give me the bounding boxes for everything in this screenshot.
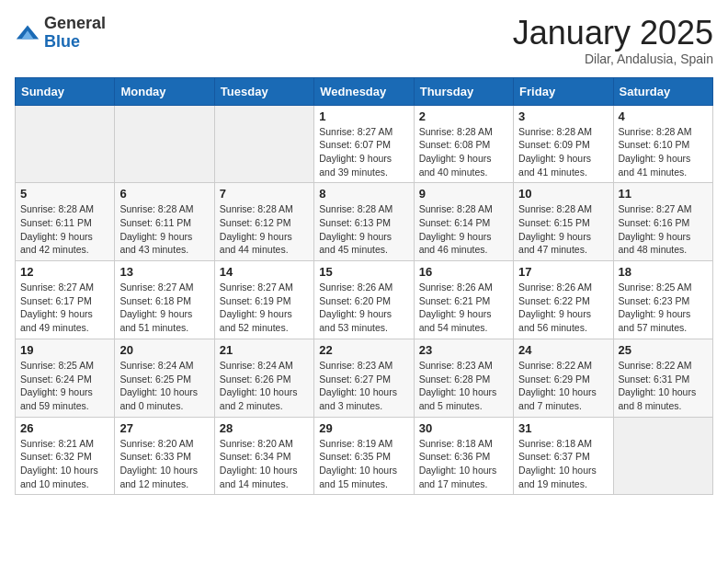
day-number: 31 xyxy=(518,421,608,435)
day-info: Sunrise: 8:26 AM Sunset: 6:20 PM Dayligh… xyxy=(319,281,408,335)
day-info: Sunrise: 8:25 AM Sunset: 6:24 PM Dayligh… xyxy=(20,359,109,413)
day-info: Sunrise: 8:28 AM Sunset: 6:15 PM Dayligh… xyxy=(518,202,608,257)
day-cell: 9Sunrise: 8:28 AM Sunset: 6:14 PM Daylig… xyxy=(414,183,513,261)
day-cell: 4Sunrise: 8:28 AM Sunset: 6:10 PM Daylig… xyxy=(613,105,712,183)
day-cell: 21Sunrise: 8:24 AM Sunset: 6:26 PM Dayli… xyxy=(214,339,313,417)
day-cell: 25Sunrise: 8:22 AM Sunset: 6:31 PM Dayli… xyxy=(613,339,712,417)
day-info: Sunrise: 8:23 AM Sunset: 6:27 PM Dayligh… xyxy=(319,359,408,413)
day-number: 4 xyxy=(619,109,708,123)
day-info: Sunrise: 8:18 AM Sunset: 6:36 PM Dayligh… xyxy=(419,437,508,491)
day-number: 19 xyxy=(20,343,109,357)
day-info: Sunrise: 8:26 AM Sunset: 6:22 PM Dayligh… xyxy=(518,281,608,335)
day-number: 14 xyxy=(220,265,309,279)
day-number: 25 xyxy=(619,343,708,357)
day-info: Sunrise: 8:28 AM Sunset: 6:08 PM Dayligh… xyxy=(419,125,508,179)
day-info: Sunrise: 8:27 AM Sunset: 6:19 PM Dayligh… xyxy=(220,281,309,335)
day-cell xyxy=(214,105,313,183)
week-row-4: 19Sunrise: 8:25 AM Sunset: 6:24 PM Dayli… xyxy=(16,339,713,417)
day-header-thursday: Thursday xyxy=(414,77,513,105)
day-info: Sunrise: 8:24 AM Sunset: 6:25 PM Dayligh… xyxy=(119,359,209,413)
header: General Blue January 2025 Dilar, Andalus… xyxy=(15,15,713,66)
day-number: 13 xyxy=(119,265,209,279)
day-cell: 8Sunrise: 8:28 AM Sunset: 6:13 PM Daylig… xyxy=(314,183,414,261)
day-number: 1 xyxy=(319,109,408,123)
day-number: 7 xyxy=(220,187,309,201)
logo-text: General Blue xyxy=(44,15,106,52)
day-number: 24 xyxy=(518,343,608,357)
day-info: Sunrise: 8:27 AM Sunset: 6:18 PM Dayligh… xyxy=(119,281,209,335)
day-info: Sunrise: 8:19 AM Sunset: 6:35 PM Dayligh… xyxy=(319,437,408,491)
day-cell: 3Sunrise: 8:28 AM Sunset: 6:09 PM Daylig… xyxy=(514,105,613,183)
days-header-row: SundayMondayTuesdayWednesdayThursdayFrid… xyxy=(16,77,713,105)
day-info: Sunrise: 8:28 AM Sunset: 6:11 PM Dayligh… xyxy=(119,202,209,257)
logo-icon xyxy=(15,20,40,46)
day-cell: 10Sunrise: 8:28 AM Sunset: 6:15 PM Dayli… xyxy=(514,183,613,261)
day-number: 16 xyxy=(419,265,508,279)
week-row-2: 5Sunrise: 8:28 AM Sunset: 6:11 PM Daylig… xyxy=(16,183,713,261)
day-cell: 7Sunrise: 8:28 AM Sunset: 6:12 PM Daylig… xyxy=(214,183,313,261)
day-number: 9 xyxy=(419,187,508,201)
day-cell: 12Sunrise: 8:27 AM Sunset: 6:17 PM Dayli… xyxy=(16,261,115,339)
day-number: 17 xyxy=(518,265,608,279)
day-info: Sunrise: 8:22 AM Sunset: 6:31 PM Dayligh… xyxy=(619,359,708,413)
day-number: 2 xyxy=(419,109,508,123)
day-info: Sunrise: 8:28 AM Sunset: 6:10 PM Dayligh… xyxy=(619,125,708,179)
day-number: 11 xyxy=(619,187,708,201)
logo: General Blue xyxy=(15,15,106,52)
day-info: Sunrise: 8:20 AM Sunset: 6:33 PM Dayligh… xyxy=(119,437,209,491)
day-number: 23 xyxy=(419,343,508,357)
title-area: January 2025 Dilar, Andalusia, Spain xyxy=(513,15,713,66)
day-info: Sunrise: 8:18 AM Sunset: 6:37 PM Dayligh… xyxy=(518,437,608,491)
day-cell: 16Sunrise: 8:26 AM Sunset: 6:21 PM Dayli… xyxy=(414,261,513,339)
day-info: Sunrise: 8:28 AM Sunset: 6:09 PM Dayligh… xyxy=(518,125,608,179)
logo-general-text: General xyxy=(44,15,106,33)
day-number: 10 xyxy=(518,187,608,201)
day-header-friday: Friday xyxy=(514,77,613,105)
week-row-3: 12Sunrise: 8:27 AM Sunset: 6:17 PM Dayli… xyxy=(16,261,713,339)
calendar-table: SundayMondayTuesdayWednesdayThursdayFrid… xyxy=(15,77,713,496)
day-info: Sunrise: 8:28 AM Sunset: 6:14 PM Dayligh… xyxy=(419,202,508,257)
day-cell xyxy=(16,105,115,183)
week-row-5: 26Sunrise: 8:21 AM Sunset: 6:32 PM Dayli… xyxy=(16,417,713,495)
day-cell: 18Sunrise: 8:25 AM Sunset: 6:23 PM Dayli… xyxy=(613,261,712,339)
day-number: 8 xyxy=(319,187,408,201)
day-info: Sunrise: 8:24 AM Sunset: 6:26 PM Dayligh… xyxy=(220,359,309,413)
day-number: 3 xyxy=(518,109,608,123)
day-number: 18 xyxy=(619,265,708,279)
day-info: Sunrise: 8:27 AM Sunset: 6:16 PM Dayligh… xyxy=(619,202,708,257)
day-number: 26 xyxy=(20,421,109,435)
day-cell: 1Sunrise: 8:27 AM Sunset: 6:07 PM Daylig… xyxy=(314,105,414,183)
day-cell xyxy=(115,105,214,183)
day-info: Sunrise: 8:23 AM Sunset: 6:28 PM Dayligh… xyxy=(419,359,508,413)
day-cell xyxy=(613,417,712,495)
day-cell: 11Sunrise: 8:27 AM Sunset: 6:16 PM Dayli… xyxy=(613,183,712,261)
day-number: 22 xyxy=(319,343,408,357)
day-cell: 14Sunrise: 8:27 AM Sunset: 6:19 PM Dayli… xyxy=(214,261,313,339)
day-info: Sunrise: 8:25 AM Sunset: 6:23 PM Dayligh… xyxy=(619,281,708,335)
day-cell: 13Sunrise: 8:27 AM Sunset: 6:18 PM Dayli… xyxy=(115,261,214,339)
day-cell: 23Sunrise: 8:23 AM Sunset: 6:28 PM Dayli… xyxy=(414,339,513,417)
week-row-1: 1Sunrise: 8:27 AM Sunset: 6:07 PM Daylig… xyxy=(16,105,713,183)
day-cell: 15Sunrise: 8:26 AM Sunset: 6:20 PM Dayli… xyxy=(314,261,414,339)
day-info: Sunrise: 8:27 AM Sunset: 6:07 PM Dayligh… xyxy=(319,125,408,179)
day-cell: 27Sunrise: 8:20 AM Sunset: 6:33 PM Dayli… xyxy=(115,417,214,495)
day-cell: 28Sunrise: 8:20 AM Sunset: 6:34 PM Dayli… xyxy=(214,417,313,495)
day-cell: 31Sunrise: 8:18 AM Sunset: 6:37 PM Dayli… xyxy=(514,417,613,495)
day-number: 28 xyxy=(220,421,309,435)
logo-blue-text: Blue xyxy=(44,33,106,52)
day-number: 6 xyxy=(119,187,209,201)
day-cell: 22Sunrise: 8:23 AM Sunset: 6:27 PM Dayli… xyxy=(314,339,414,417)
day-number: 21 xyxy=(220,343,309,357)
day-cell: 20Sunrise: 8:24 AM Sunset: 6:25 PM Dayli… xyxy=(115,339,214,417)
day-cell: 17Sunrise: 8:26 AM Sunset: 6:22 PM Dayli… xyxy=(514,261,613,339)
day-number: 29 xyxy=(319,421,408,435)
month-title: January 2025 xyxy=(513,15,713,52)
day-header-monday: Monday xyxy=(115,77,214,105)
day-info: Sunrise: 8:20 AM Sunset: 6:34 PM Dayligh… xyxy=(220,437,309,491)
day-number: 5 xyxy=(20,187,109,201)
day-cell: 30Sunrise: 8:18 AM Sunset: 6:36 PM Dayli… xyxy=(414,417,513,495)
day-number: 27 xyxy=(119,421,209,435)
day-info: Sunrise: 8:28 AM Sunset: 6:11 PM Dayligh… xyxy=(20,202,109,257)
day-cell: 19Sunrise: 8:25 AM Sunset: 6:24 PM Dayli… xyxy=(16,339,115,417)
day-info: Sunrise: 8:28 AM Sunset: 6:12 PM Dayligh… xyxy=(220,202,309,257)
